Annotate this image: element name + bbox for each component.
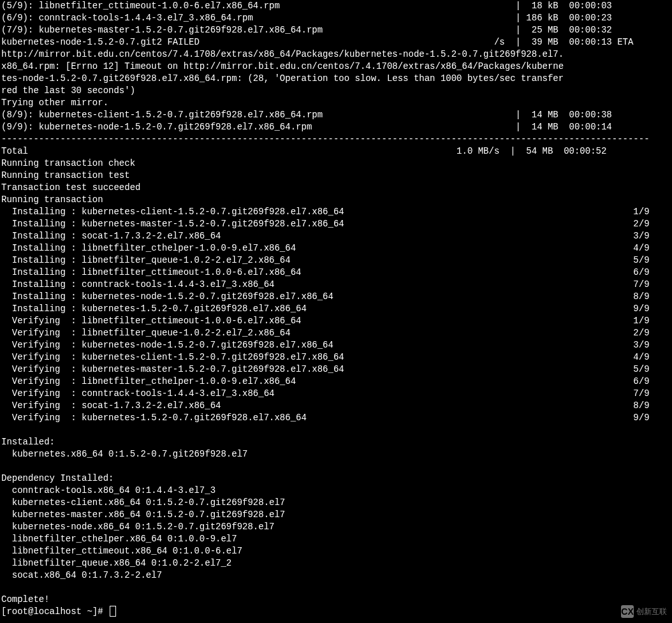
- watermark-icon: CX: [621, 605, 634, 618]
- watermark-text: 创新互联: [636, 606, 667, 618]
- cursor-icon: [110, 606, 116, 617]
- watermark: CX 创新互联: [621, 605, 667, 618]
- shell-prompt[interactable]: [root@localhost ~]#: [1, 606, 108, 617]
- terminal-output[interactable]: (5/9): libnetfilter_cttimeout-1.0.0-6.el…: [0, 0, 672, 618]
